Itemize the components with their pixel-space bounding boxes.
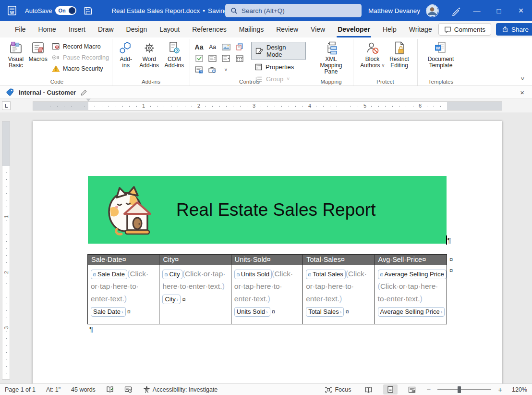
- tab-developer[interactable]: Developer: [331, 21, 376, 37]
- content-control-start-tag[interactable]: Average Selling Price: [378, 270, 447, 279]
- word-count[interactable]: 45 words: [71, 386, 96, 393]
- record-macro-button[interactable]: Record Macro: [52, 43, 109, 50]
- design-mode-button[interactable]: Design Mode: [251, 42, 306, 60]
- content-control-start-tag[interactable]: City: [162, 270, 182, 279]
- legacy-tools-caret-icon[interactable]: ˅: [220, 65, 232, 75]
- content-control-end-tag[interactable]: Sale Date›: [91, 307, 126, 317]
- visual-basic-button[interactable]: Visual Basic: [5, 39, 27, 69]
- repeating-section-control-icon[interactable]: [193, 65, 205, 75]
- zoom-slider-thumb[interactable]: [458, 386, 461, 393]
- block-authors-icon: [365, 41, 380, 55]
- tab-mailings[interactable]: Mailings: [233, 21, 270, 37]
- report-banner-image[interactable]: Real Estate Sales Report: [88, 176, 447, 244]
- content-control-end-tag[interactable]: Average Selling Price›: [378, 307, 445, 317]
- macro-security-button[interactable]: Macro Security: [52, 65, 109, 72]
- tab-home[interactable]: Home: [32, 21, 62, 37]
- plain-text-control-icon[interactable]: Aa: [206, 42, 218, 52]
- tab-writage[interactable]: Writage: [403, 21, 438, 37]
- content-control-start-tag[interactable]: Sale Date: [91, 270, 127, 279]
- collapse-ribbon-chevron-icon[interactable]: ˅: [520, 75, 524, 83]
- content-control-end-tag[interactable]: City›: [162, 295, 181, 304]
- sensitivity-close-icon[interactable]: ×: [518, 88, 526, 97]
- tab-layout[interactable]: Layout: [153, 21, 186, 37]
- content-control-end-tag[interactable]: Units Sold›: [234, 307, 270, 317]
- content-control-start-tag[interactable]: Units Sold: [234, 270, 272, 279]
- close-button[interactable]: ×: [510, 0, 532, 21]
- legacy-tools-icon[interactable]: [206, 65, 218, 75]
- web-layout-button[interactable]: [404, 385, 420, 395]
- combo-box-control-icon[interactable]: [206, 53, 218, 63]
- table-cell-units-sold[interactable]: Units Sold(Click·​or·​tap·​here·​to·​ent…: [231, 265, 303, 324]
- proofing-errors-icon[interactable]: [106, 386, 114, 393]
- document-template-button[interactable]: W Document Template: [424, 39, 458, 69]
- properties-button[interactable]: Properties: [251, 62, 306, 72]
- rich-text-control-icon[interactable]: Aa: [193, 42, 205, 52]
- word-app-icon[interactable]: W: [7, 5, 17, 16]
- zoom-out-button[interactable]: −: [426, 385, 431, 394]
- autosave-toggle[interactable]: On: [55, 6, 76, 15]
- read-mode-button[interactable]: [361, 385, 376, 395]
- checkbox-control-icon[interactable]: [193, 53, 205, 63]
- word-addins-button[interactable]: Word Add-ins: [137, 39, 162, 69]
- building-block-gallery-control-icon[interactable]: [233, 42, 245, 52]
- tab-draw[interactable]: Draw: [92, 21, 120, 37]
- macros-button[interactable]: Macros: [27, 39, 49, 62]
- document-title[interactable]: Real Estate Sales Report.docx • Saving..…: [111, 7, 239, 14]
- block-authors-button[interactable]: Block Authors ˅: [359, 39, 387, 69]
- tab-stop-selector[interactable]: L: [2, 101, 11, 110]
- tab-view[interactable]: View: [304, 21, 331, 37]
- zoom-percentage[interactable]: 120%: [509, 386, 527, 393]
- tab-references[interactable]: References: [186, 21, 233, 37]
- table-header-cell[interactable]: Avg·Sell·Price¤: [375, 255, 447, 265]
- save-icon[interactable]: [83, 6, 93, 16]
- avatar[interactable]: [426, 4, 439, 17]
- picture-control-icon[interactable]: [220, 42, 232, 52]
- sales-table[interactable]: Sale·Date¤ City¤ Units·Sold¤ Total·Sales…: [87, 254, 447, 324]
- table-cell-total-sales[interactable]: Total Sales(Click·​or·​tap·​here·​to·​en…: [303, 265, 375, 324]
- document-page[interactable]: Real Estate Sales Report ¶ Sale·Date¤ Ci…: [33, 121, 502, 383]
- table-header-cell[interactable]: City¤: [159, 255, 231, 265]
- vertical-ruler[interactable]: 1 2 3: [2, 121, 10, 380]
- tab-help[interactable]: Help: [376, 21, 403, 37]
- cursor-position[interactable]: At: 1": [46, 386, 60, 393]
- search-input[interactable]: [242, 7, 356, 14]
- share-button[interactable]: Share: [496, 23, 532, 36]
- content-control-end-tag[interactable]: Total Sales›: [306, 307, 344, 317]
- restrict-editing-button[interactable]: Restrict Editing: [387, 39, 412, 69]
- table-header-cell[interactable]: Sale·Date¤: [88, 255, 159, 265]
- table-cell-avg-sell-price[interactable]: Average Selling Price(Click·​or·​tap·​he…: [375, 265, 447, 324]
- com-addins-button[interactable]: COM Add-ins: [162, 39, 187, 69]
- pen-gesture-icon[interactable]: [447, 0, 466, 21]
- date-picker-control-icon[interactable]: [233, 53, 245, 63]
- edit-sensitivity-pencil-icon[interactable]: [80, 89, 87, 96]
- tab-file[interactable]: File: [9, 21, 32, 37]
- dropdown-list-control-icon[interactable]: [220, 53, 232, 63]
- accessibility-status[interactable]: Accessibility: Investigate: [143, 386, 218, 393]
- zoom-in-button[interactable]: +: [498, 385, 502, 394]
- minimize-button[interactable]: —: [466, 0, 488, 21]
- macros-label: Macros: [28, 56, 47, 62]
- content-control-start-tag[interactable]: Total Sales: [306, 270, 346, 279]
- print-layout-button[interactable]: [383, 384, 398, 395]
- tab-insert[interactable]: Insert: [62, 21, 92, 37]
- table-cell-city[interactable]: City(Click·​or·​tap·​here·​to·​enter·​te…: [159, 265, 231, 324]
- addins-button[interactable]: Add-ins: [115, 39, 137, 69]
- table-header-cell[interactable]: Total·Sales¤: [303, 255, 375, 265]
- placeholder-text[interactable]: Click·​or·​tap·​here·​to·​enter·​text.: [378, 282, 438, 303]
- table-header-cell[interactable]: Units·Sold¤: [231, 255, 303, 265]
- tab-design[interactable]: Design: [120, 21, 154, 37]
- page-indicator[interactable]: Page 1 of 1: [5, 386, 36, 393]
- xml-mapping-pane-button[interactable]: XML Mapping Pane: [312, 39, 350, 75]
- pause-recording-button[interactable]: Pause Recording: [52, 54, 109, 61]
- focus-mode-button[interactable]: Focus: [325, 386, 351, 393]
- comments-button[interactable]: Comments: [438, 23, 491, 36]
- table-cell-sale-date[interactable]: Sale Date(Click·​or·​tap·​here·​to·​ente…: [88, 265, 159, 324]
- horizontal-ruler[interactable]: 1 2 3 4 5 6: [33, 101, 502, 111]
- banner-title[interactable]: Real Estate Sales Report: [176, 200, 375, 220]
- zoom-slider[interactable]: [437, 389, 491, 390]
- account-name[interactable]: Matthew Devaney: [368, 7, 420, 14]
- tab-review[interactable]: Review: [270, 21, 304, 37]
- maximize-button[interactable]: □: [488, 0, 510, 21]
- search-box[interactable]: [225, 4, 362, 17]
- text-predictions-icon[interactable]: [124, 386, 133, 393]
